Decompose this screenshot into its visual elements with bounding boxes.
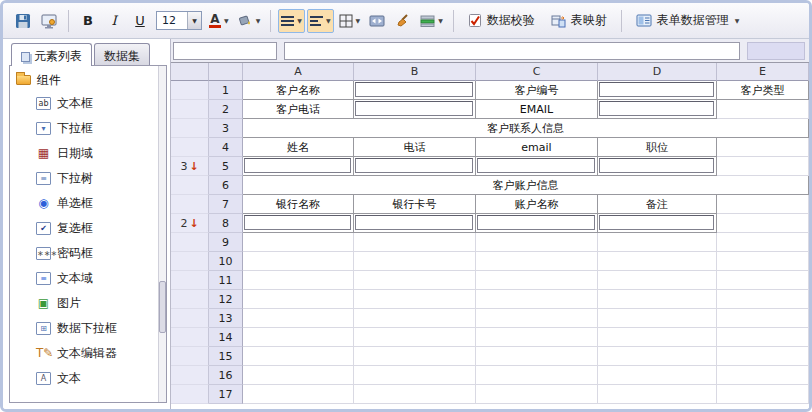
column-header-B[interactable]: B [354,63,476,81]
cell-input[interactable] [355,82,473,97]
grid-cell-C5[interactable] [476,157,598,176]
sidebar-item-data-dropdown[interactable]: ⊞数据下拉框 [10,316,166,341]
sidebar-item-dropdown[interactable]: ▾下拉框 [10,116,166,141]
cell-input[interactable] [355,215,473,230]
grid-cell-C8[interactable] [476,214,598,233]
column-header-E[interactable]: E [717,63,809,81]
cell-input[interactable] [244,215,351,230]
bold-button[interactable]: B [76,9,100,33]
formula-input[interactable] [284,42,740,60]
grid-cell-E16[interactable] [717,366,809,385]
name-box[interactable] [173,42,277,60]
chevron-down-icon[interactable]: ▼ [224,17,229,24]
grid-cell-A12[interactable] [243,290,354,309]
grid-cell-C16[interactable] [476,366,598,385]
sidebar-item-image[interactable]: ▣图片 [10,291,166,316]
grid-cell-C9[interactable] [476,233,598,252]
italic-button[interactable]: I [102,9,126,33]
grid-cell-C17[interactable] [476,385,598,404]
grid-cell-E8[interactable] [717,214,809,233]
grid-cell-D7[interactable]: 备注 [598,195,717,214]
cell-input[interactable] [355,158,473,173]
cell-input[interactable] [599,101,714,116]
cell-input[interactable] [599,215,714,230]
preview-button[interactable] [37,9,61,33]
grid-cell-B7[interactable]: 银行卡号 [354,195,476,214]
grid-cell-E10[interactable] [717,252,809,271]
column-header-D[interactable]: D [598,63,717,81]
font-color-button[interactable]: A ▼ [206,9,232,33]
row-header-4[interactable]: 4 [209,138,243,157]
grid-cell-D17[interactable] [598,385,717,404]
grid-cell-D2[interactable] [598,100,717,119]
grid-cell-E9[interactable] [717,233,809,252]
grid-cell-D5[interactable] [598,157,717,176]
grid-cell-A17[interactable] [243,385,354,404]
grid-cell-D16[interactable] [598,366,717,385]
merged-cell-row-3[interactable]: 客户联系人信息 [243,119,809,138]
chevron-down-icon[interactable]: ▼ [297,17,302,24]
grid-cell-A14[interactable] [243,328,354,347]
grid-cell-C13[interactable] [476,309,598,328]
chevron-down-icon[interactable]: ▼ [735,17,740,24]
sidebar-scrollbar[interactable] [158,66,166,402]
row-header-14[interactable]: 14 [209,328,243,347]
fill-color-button[interactable]: ▼ [234,9,264,33]
row-header-12[interactable]: 12 [209,290,243,309]
grid-cell-A1[interactable]: 客户名称 [243,81,354,100]
row-header-7[interactable]: 7 [209,195,243,214]
vertical-align-button[interactable]: ▼ [278,9,305,33]
grid-cell-C15[interactable] [476,347,598,366]
grid-cell-E2[interactable] [717,100,809,119]
sidebar-item-checkbox[interactable]: ✔复选框 [10,216,166,241]
grid-cell-C14[interactable] [476,328,598,347]
sidebar-item-calendar[interactable]: ▦日期域 [10,141,166,166]
component-group[interactable]: 组件 [10,69,166,91]
grid-cell-E14[interactable] [717,328,809,347]
grid-cell-C10[interactable] [476,252,598,271]
column-header-C[interactable]: C [476,63,598,81]
grid-cell-B16[interactable] [354,366,476,385]
grid-cell-A16[interactable] [243,366,354,385]
grid-cell-E5[interactable] [717,157,809,176]
row-header-2[interactable]: 2 [209,100,243,119]
grid-cell-E4[interactable] [717,138,809,157]
grid-cell-B8[interactable] [354,214,476,233]
grid-cell-E13[interactable] [717,309,809,328]
sidebar-item-password[interactable]: ∗∗∗密码框 [10,241,166,266]
grid-cell-C1[interactable]: 客户编号 [476,81,598,100]
cell-input[interactable] [355,101,473,116]
grid-cell-C11[interactable] [476,271,598,290]
grid-cell-B2[interactable] [354,100,476,119]
row-header-13[interactable]: 13 [209,309,243,328]
grid-cell-A5[interactable] [243,157,354,176]
merge-cells-button[interactable] [365,9,389,33]
sidebar-item-textbox[interactable]: ab文本框 [10,91,166,116]
grid-cell-C12[interactable] [476,290,598,309]
row-header-1[interactable]: 1 [209,81,243,100]
font-size-select[interactable]: 12 ▼ [156,11,202,30]
grid-cell-D10[interactable] [598,252,717,271]
save-button[interactable] [11,9,35,33]
cell-input[interactable] [599,82,714,97]
grid-cell-D9[interactable] [598,233,717,252]
chevron-down-icon[interactable]: ▼ [326,17,331,24]
grid-cell-D11[interactable] [598,271,717,290]
grid-cell-B14[interactable] [354,328,476,347]
row-header-5[interactable]: 5 [209,157,243,176]
sidebar-item-tree[interactable]: ≡下拉树 [10,166,166,191]
column-header-A[interactable]: A [243,63,354,81]
grid-cell-D12[interactable] [598,290,717,309]
grid-cell-A10[interactable] [243,252,354,271]
grid-cell-E12[interactable] [717,290,809,309]
grid-cell-B4[interactable]: 电话 [354,138,476,157]
row-height-button[interactable]: ▼ [417,9,446,33]
grid-cell-A11[interactable] [243,271,354,290]
grid-cell-D4[interactable]: 职位 [598,138,717,157]
row-header-11[interactable]: 11 [209,271,243,290]
cell-input[interactable] [477,158,595,173]
row-header-10[interactable]: 10 [209,252,243,271]
grid-cell-B11[interactable] [354,271,476,290]
sidebar-item-text[interactable]: A文本 [10,366,166,391]
table-mapping-button[interactable]: 表映射 [544,9,614,33]
